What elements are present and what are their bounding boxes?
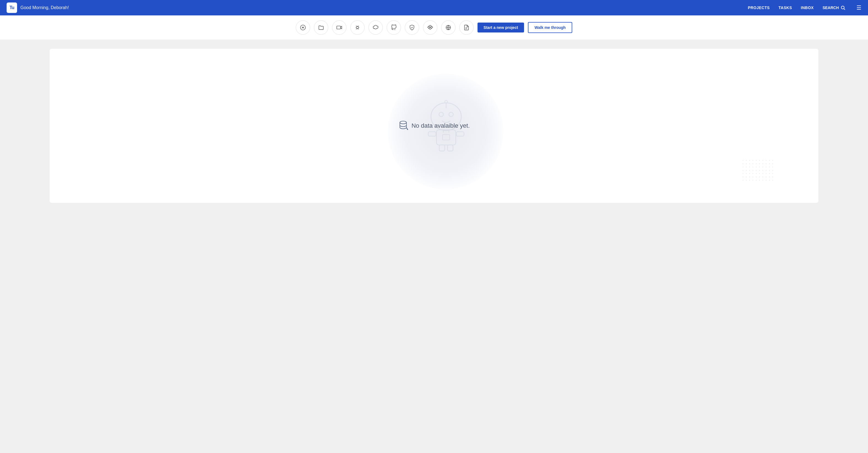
start-new-project-button[interactable]: Start a new project (477, 23, 524, 32)
nav-search[interactable]: SEARCH (823, 5, 845, 10)
shield-icon (409, 25, 415, 31)
empty-state-text: No data avalaible yet. (411, 122, 470, 129)
sub-header-toolbar: Start a new project Walk me through (0, 15, 868, 40)
empty-state: No data avalaible yet. (398, 120, 470, 132)
svg-point-19 (400, 121, 406, 124)
hamburger-menu-icon[interactable]: ☰ (857, 4, 861, 11)
brand-logo: Tu (7, 2, 17, 13)
zendesk-tool-button[interactable] (296, 20, 310, 35)
shield-tool-button[interactable] (405, 20, 419, 35)
svg-line-1 (844, 9, 845, 10)
salesforce-tool-button[interactable] (368, 20, 383, 35)
nav-projects[interactable]: PROJECTS (748, 5, 770, 10)
search-label: SEARCH (823, 5, 839, 10)
svg-rect-17 (447, 145, 453, 151)
folder-icon (318, 25, 324, 31)
svg-rect-18 (442, 135, 450, 140)
brand-greeting: Good Morning, Deborah! (20, 5, 69, 10)
nav-tasks[interactable]: TASKS (778, 5, 792, 10)
dot-pattern-decoration (741, 159, 774, 181)
svg-point-8 (449, 112, 453, 117)
zendesk-icon (300, 25, 306, 31)
video-tool-button[interactable] (332, 20, 346, 35)
document-tool-button[interactable] (459, 20, 474, 35)
confluence-icon (354, 25, 361, 31)
github-icon (391, 25, 397, 31)
svg-rect-16 (439, 145, 445, 151)
dropbox-tool-button[interactable] (423, 20, 437, 35)
walk-me-through-button[interactable]: Walk me through (528, 22, 572, 33)
folder-tool-button[interactable] (314, 20, 328, 35)
database-warning-icon (398, 120, 408, 132)
svg-rect-14 (428, 132, 436, 136)
svg-rect-11 (436, 130, 456, 145)
navbar-nav: PROJECTS TASKS INBOX SEARCH ☰ (748, 4, 861, 11)
globe-icon (445, 25, 451, 31)
video-icon (336, 25, 342, 31)
dropbox-icon (427, 25, 433, 31)
github-tool-button[interactable] (386, 20, 401, 35)
toolbar-inner: Start a new project Walk me through (296, 20, 572, 35)
document-icon (463, 25, 469, 31)
nav-inbox[interactable]: INBOX (801, 5, 814, 10)
search-icon (840, 5, 845, 10)
svg-point-7 (439, 112, 443, 117)
content-card: No data avalaible yet. (50, 49, 818, 203)
brand: Tu Good Morning, Deborah! (7, 2, 69, 13)
main-content: No data avalaible yet. (0, 40, 868, 212)
navbar: Tu Good Morning, Deborah! PROJECTS TASKS… (0, 0, 868, 15)
svg-point-0 (841, 6, 844, 9)
salesforce-icon (373, 25, 379, 31)
globe-tool-button[interactable] (441, 20, 456, 35)
confluence-tool-button[interactable] (350, 20, 365, 35)
svg-rect-15 (456, 132, 464, 136)
svg-rect-2 (337, 26, 341, 29)
